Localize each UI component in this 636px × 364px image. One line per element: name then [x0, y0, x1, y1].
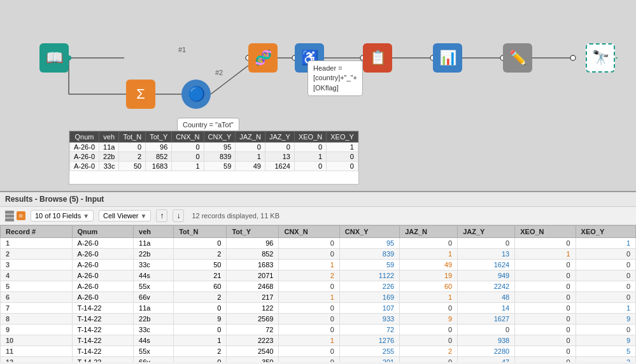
preview-table-cell: 96	[146, 143, 172, 152]
table-cell: 852	[227, 249, 279, 260]
table-cell: 0	[576, 292, 635, 303]
preview-table: QnumvehTot_NTot_YCNX_NCNX_YJAZ_NJAZ_YXEO…	[69, 131, 358, 171]
table-cell: 0	[515, 314, 576, 325]
table-row: 11T-14-2255x2254002552228005	[1, 346, 636, 357]
cell-viewer-dropdown[interactable]: Cell Viewer ▼	[99, 210, 151, 221]
preview-table-cell: 1	[294, 152, 326, 162]
table-cell: 66v	[134, 292, 174, 303]
table-cell: 10	[1, 335, 73, 346]
table-cell: 0	[515, 238, 576, 249]
table-cell: 11a	[134, 303, 174, 314]
results-col-header[interactable]: XEO_N	[515, 226, 576, 238]
table-cell: 0	[400, 303, 458, 314]
table-cell: 1	[400, 292, 458, 303]
table-cell: 2	[576, 357, 635, 363]
table-cell: T-14-22	[72, 314, 133, 325]
record-count-label: 12 records displayed, 11 KB	[192, 212, 279, 220]
table-cell: 0	[279, 357, 339, 363]
results-col-header[interactable]: Record #	[1, 226, 73, 238]
node-process6[interactable]: ✏️	[503, 43, 532, 73]
node-filter[interactable]: 🧬	[248, 43, 278, 73]
table-row: 10T-14-2244s1222311276093809	[1, 335, 636, 346]
table-cell: 12	[1, 357, 73, 363]
table-cell: 2	[400, 346, 458, 357]
table-cell: 9	[576, 314, 635, 325]
table-row: 2A-26-022b2852083911310	[1, 249, 636, 260]
preview-col-header: CNX_Y	[204, 132, 236, 143]
results-col-header[interactable]: veh	[134, 226, 174, 238]
preview-table-cell: A-26-0	[70, 143, 99, 152]
table-cell: 0	[515, 292, 576, 303]
table-cell: 1683	[227, 260, 279, 270]
table-cell: 1	[576, 238, 635, 249]
table-cell: 59	[339, 260, 399, 270]
table-cell: 0	[174, 303, 227, 314]
results-col-header[interactable]: JAZ_Y	[458, 226, 515, 238]
results-col-header[interactable]: XEO_Y	[576, 226, 635, 238]
preview-col-header: veh	[99, 132, 119, 143]
table-cell: 9	[400, 314, 458, 325]
sort-asc-btn[interactable]: ↑	[156, 209, 167, 222]
preview-table-cell: 0	[294, 143, 326, 152]
table-cell: A-26-0	[72, 270, 133, 281]
table-row: 4A-26-044s212071211221994900	[1, 270, 636, 281]
table-cell: 0	[174, 325, 227, 335]
node-input[interactable]: 📖	[39, 43, 69, 73]
table-cell: 0	[515, 281, 576, 292]
results-header: Results - Browse (5) - Input	[0, 192, 636, 207]
table-cell: 2468	[227, 281, 279, 292]
table-cell: 1	[174, 335, 227, 346]
list-icon-line1	[5, 211, 14, 214]
table-cell: 933	[339, 314, 399, 325]
preview-table-cell: A-26-0	[70, 152, 99, 162]
table-cell: 96	[227, 238, 279, 249]
table-cell: 107	[339, 303, 399, 314]
table-cell: 201	[339, 357, 399, 363]
preview-table-cell: 0	[172, 152, 204, 162]
table-cell: 0	[279, 314, 339, 325]
results-table-wrapper[interactable]: Record #QnumvehTot_NTot_YCNX_NCNX_YJAZ_N…	[0, 225, 636, 362]
table-cell: 72	[227, 325, 279, 335]
node-summarize[interactable]: Σ	[126, 80, 155, 109]
results-table-body: 1A-26-011a09609500012A-26-022b2852083911…	[1, 238, 636, 363]
preview-table-cell: 839	[204, 152, 236, 162]
preview-table-cell: 49	[236, 162, 265, 171]
results-col-header[interactable]: JAZ_N	[400, 226, 458, 238]
svg-point-19	[570, 55, 576, 60]
node-browse[interactable]: 🔭	[586, 43, 615, 73]
results-toolbar: R 10 of 10 Fields ▼ Cell Viewer ▼ ↑ ↓ 12…	[0, 207, 636, 225]
table-cell: 350	[227, 357, 279, 363]
results-table-header: Record #QnumvehTot_NTot_YCNX_NCNX_YJAZ_N…	[1, 226, 636, 238]
table-cell: 2	[174, 292, 227, 303]
results-col-header[interactable]: Tot_N	[174, 226, 227, 238]
node-process4[interactable]: 📋	[363, 43, 392, 73]
preview-col-header: XEO_N	[294, 132, 326, 143]
results-col-header[interactable]: CNX_Y	[339, 226, 399, 238]
table-cell: 72	[339, 325, 399, 335]
table-cell: 1	[279, 335, 339, 346]
results-col-header[interactable]: Tot_Y	[227, 226, 279, 238]
node-process5[interactable]: 📊	[433, 43, 462, 73]
table-row: 12T-14-2266v0350020104702	[1, 357, 636, 363]
viewer-label: Cell Viewer	[103, 212, 138, 220]
table-cell: 9	[576, 335, 635, 346]
table-cell: 50	[174, 260, 227, 270]
table-cell: 1624	[458, 260, 515, 270]
fields-dropdown[interactable]: 10 of 10 Fields ▼	[31, 210, 94, 221]
fields-label: 10 of 10 Fields	[35, 212, 81, 220]
table-cell: 8	[1, 314, 73, 325]
results-col-header[interactable]: CNX_N	[279, 226, 339, 238]
table-cell: 44s	[134, 335, 174, 346]
sort-desc-btn[interactable]: ↓	[173, 209, 184, 222]
table-cell: 2280	[458, 346, 515, 357]
results-col-header[interactable]: Qnum	[72, 226, 133, 238]
table-cell: 1122	[339, 270, 399, 281]
node-formula[interactable]: 🔵	[181, 80, 211, 109]
table-cell: 14	[458, 303, 515, 314]
table-cell: 0	[576, 281, 635, 292]
table-cell: 1	[576, 303, 635, 314]
table-cell: 22b	[134, 249, 174, 260]
table-cell: 0	[279, 249, 339, 260]
table-cell: 1627	[458, 314, 515, 325]
table-cell: 0	[174, 238, 227, 249]
